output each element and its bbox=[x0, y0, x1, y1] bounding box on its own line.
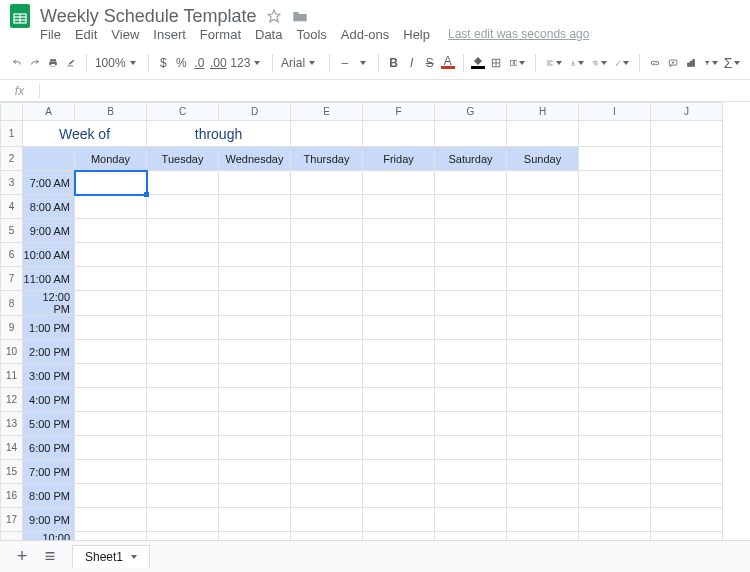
cell[interactable] bbox=[363, 460, 435, 484]
cell[interactable] bbox=[291, 121, 363, 147]
cell[interactable] bbox=[435, 219, 507, 243]
cell[interactable] bbox=[219, 412, 291, 436]
cell[interactable] bbox=[147, 460, 219, 484]
row-head[interactable]: 8 bbox=[1, 291, 23, 316]
cell[interactable] bbox=[291, 267, 363, 291]
row-head[interactable]: 13 bbox=[1, 412, 23, 436]
increase-decimal-button[interactable]: .00 bbox=[208, 52, 228, 74]
font-dropdown[interactable]: Arial bbox=[279, 52, 323, 74]
cell[interactable] bbox=[435, 436, 507, 460]
merge-cells-button[interactable] bbox=[506, 52, 530, 74]
time-cell[interactable]: 6:00 PM bbox=[23, 436, 75, 460]
time-cell[interactable]: 8:00 AM bbox=[23, 195, 75, 219]
time-cell[interactable]: 10:00 AM bbox=[23, 243, 75, 267]
col-head[interactable]: E bbox=[291, 103, 363, 121]
cell[interactable] bbox=[363, 484, 435, 508]
cell[interactable] bbox=[651, 388, 723, 412]
cell[interactable] bbox=[219, 508, 291, 532]
time-cell[interactable]: 7:00 AM bbox=[23, 171, 75, 195]
cell[interactable] bbox=[579, 291, 651, 316]
cell[interactable] bbox=[435, 195, 507, 219]
cell[interactable] bbox=[147, 195, 219, 219]
row-head[interactable]: 6 bbox=[1, 243, 23, 267]
row-head[interactable]: 17 bbox=[1, 508, 23, 532]
cell[interactable] bbox=[147, 267, 219, 291]
font-size-decrease-icon[interactable]: – bbox=[336, 52, 354, 74]
cell[interactable] bbox=[507, 508, 579, 532]
all-sheets-button[interactable]: ≡ bbox=[36, 543, 64, 571]
rotate-button[interactable] bbox=[611, 52, 633, 74]
cell[interactable] bbox=[507, 316, 579, 340]
cell[interactable] bbox=[507, 291, 579, 316]
cell[interactable] bbox=[363, 436, 435, 460]
star-icon[interactable] bbox=[266, 8, 282, 24]
cell[interactable] bbox=[435, 460, 507, 484]
undo-icon[interactable] bbox=[8, 52, 26, 74]
cell[interactable] bbox=[651, 219, 723, 243]
row-head[interactable]: 3 bbox=[1, 171, 23, 195]
cell[interactable] bbox=[435, 291, 507, 316]
cell[interactable] bbox=[363, 291, 435, 316]
cell[interactable] bbox=[507, 436, 579, 460]
cell[interactable] bbox=[363, 364, 435, 388]
link-icon[interactable] bbox=[646, 52, 664, 74]
cell[interactable] bbox=[579, 388, 651, 412]
cell[interactable] bbox=[363, 267, 435, 291]
cell[interactable] bbox=[507, 340, 579, 364]
cell[interactable] bbox=[75, 219, 147, 243]
redo-icon[interactable] bbox=[26, 52, 44, 74]
cell[interactable] bbox=[291, 171, 363, 195]
cell[interactable] bbox=[219, 267, 291, 291]
cell[interactable] bbox=[579, 484, 651, 508]
print-icon[interactable] bbox=[44, 52, 62, 74]
cell[interactable] bbox=[291, 460, 363, 484]
day-header[interactable]: Thursday bbox=[291, 147, 363, 171]
cell[interactable] bbox=[147, 436, 219, 460]
cell[interactable] bbox=[435, 340, 507, 364]
day-header[interactable]: Friday bbox=[363, 147, 435, 171]
cell[interactable] bbox=[579, 243, 651, 267]
cell[interactable] bbox=[75, 267, 147, 291]
cell[interactable] bbox=[435, 508, 507, 532]
cell[interactable] bbox=[363, 243, 435, 267]
cell[interactable] bbox=[75, 484, 147, 508]
cell[interactable] bbox=[75, 460, 147, 484]
cell[interactable] bbox=[219, 484, 291, 508]
menu-format[interactable]: Format bbox=[200, 27, 241, 42]
row-head[interactable]: 1 bbox=[1, 121, 23, 147]
cell[interactable] bbox=[435, 121, 507, 147]
col-head[interactable]: C bbox=[147, 103, 219, 121]
cell[interactable] bbox=[291, 436, 363, 460]
time-cell[interactable]: 1:00 PM bbox=[23, 316, 75, 340]
row-head[interactable]: 7 bbox=[1, 267, 23, 291]
cell[interactable] bbox=[75, 388, 147, 412]
row-head[interactable]: 9 bbox=[1, 316, 23, 340]
cell[interactable] bbox=[219, 219, 291, 243]
grid[interactable]: A B C D E F G H I J 1 Week of through 2 … bbox=[0, 102, 750, 552]
cell[interactable] bbox=[147, 291, 219, 316]
cell[interactable] bbox=[291, 508, 363, 532]
formula-input[interactable] bbox=[40, 84, 750, 98]
selected-cell[interactable] bbox=[75, 171, 147, 195]
cell[interactable] bbox=[75, 364, 147, 388]
cell[interactable] bbox=[507, 460, 579, 484]
cell[interactable] bbox=[147, 219, 219, 243]
row-head[interactable]: 5 bbox=[1, 219, 23, 243]
cell[interactable] bbox=[291, 388, 363, 412]
col-head[interactable]: B bbox=[75, 103, 147, 121]
cell[interactable] bbox=[651, 121, 723, 147]
day-header[interactable]: Saturday bbox=[435, 147, 507, 171]
time-cell[interactable]: 11:00 AM bbox=[23, 267, 75, 291]
cell[interactable] bbox=[291, 364, 363, 388]
cell[interactable] bbox=[75, 508, 147, 532]
cell[interactable] bbox=[75, 195, 147, 219]
borders-button[interactable] bbox=[487, 52, 505, 74]
cell[interactable] bbox=[435, 388, 507, 412]
row-head[interactable]: 16 bbox=[1, 484, 23, 508]
cell[interactable] bbox=[435, 364, 507, 388]
cell[interactable] bbox=[291, 195, 363, 219]
format-currency-button[interactable]: $ bbox=[154, 52, 172, 74]
cell[interactable] bbox=[147, 171, 219, 195]
row-head[interactable]: 2 bbox=[1, 147, 23, 171]
cell[interactable] bbox=[75, 316, 147, 340]
